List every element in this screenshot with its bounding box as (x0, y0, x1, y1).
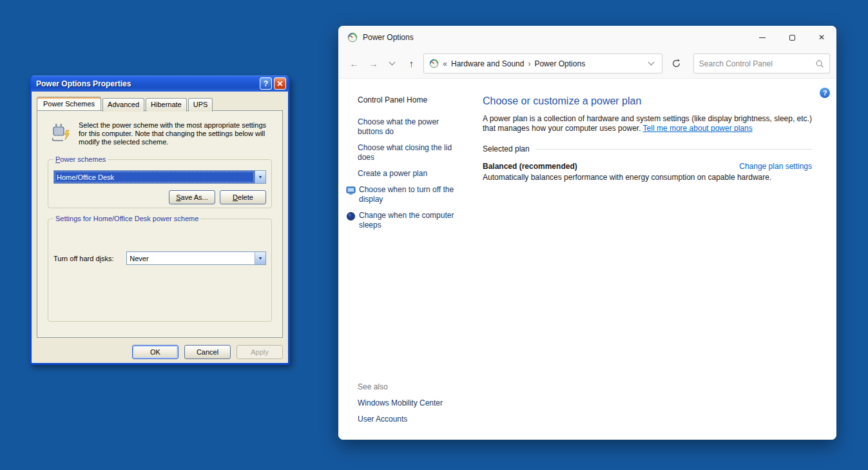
refresh-icon[interactable] (668, 55, 684, 73)
scheme-settings-group-label: Settings for Home/Office Desk power sche… (53, 215, 200, 222)
selected-plan-header: Selected plan (483, 144, 812, 153)
power-schemes-tab-page: Select the power scheme with the most ap… (37, 110, 283, 338)
scheme-description-text: Select the power scheme with the most ap… (79, 121, 272, 146)
page-title: Choose or customize a power plan (483, 95, 812, 107)
combo-dropdown-arrow-icon[interactable]: ▼ (255, 171, 265, 183)
power-schemes-group-label: Power schemes (53, 155, 108, 163)
power-scheme-icon (49, 121, 71, 146)
cancel-button[interactable]: Cancel (184, 345, 231, 359)
plan-name: Balanced (recommended) (483, 162, 577, 171)
maximize-button[interactable] (777, 26, 807, 49)
change-plan-settings-link[interactable]: Change plan settings (739, 162, 812, 171)
apply-button[interactable]: Apply (236, 345, 283, 359)
close-button[interactable]: ✕ (807, 26, 836, 49)
xp-dialog-title: Power Options Properties (36, 79, 258, 88)
turn-off-hard-disks-value: Never (127, 252, 255, 264)
address-dropdown-icon[interactable] (645, 54, 657, 73)
sidebar-item-closing-lid[interactable]: Choose what closing the lid does (358, 143, 468, 162)
power-options-control-panel-window: Power Options ✕ ← → ↑ « Hardware and Sou… (338, 26, 836, 440)
breadcrumb-overflow-icon[interactable]: « (443, 59, 447, 68)
window-titlebar[interactable]: Power Options ✕ (338, 26, 836, 49)
plan-row: Balanced (recommended) Change plan setti… (483, 162, 812, 171)
tell-me-more-link[interactable]: Tell me more about power plans (643, 124, 753, 133)
power-scheme-combobox[interactable]: Home/Office Desk ▼ (53, 170, 266, 184)
minimize-button[interactable] (747, 26, 777, 49)
xp-help-button[interactable]: ? (260, 77, 272, 90)
navigation-toolbar: ← → ↑ « Hardware and Sound › Power Optio… (338, 49, 836, 79)
plan-description: Automatically balances performance with … (483, 173, 812, 182)
ok-button[interactable]: OK (132, 345, 178, 359)
back-button[interactable]: ← (347, 55, 362, 73)
power-options-icon (347, 32, 358, 43)
sidebar-item-turn-off-display[interactable]: Choose when to turn off the display (358, 185, 468, 204)
search-input[interactable] (699, 59, 811, 68)
window-body: ? Control Panel Home Choose what the pow… (338, 79, 836, 440)
power-options-icon (429, 59, 439, 68)
save-as-button[interactable]: Save As... (169, 190, 215, 204)
sidebar-item-windows-mobility-center[interactable]: Windows Mobility Center (358, 398, 476, 407)
see-also-label: See also (358, 382, 476, 391)
breadcrumb-power-options[interactable]: Power Options (534, 59, 585, 68)
scheme-settings-group: Settings for Home/Office Desk power sche… (48, 219, 272, 322)
xp-tab-strip: Power Schemes Advanced Hibernate UPS (32, 92, 288, 110)
window-title: Power Options (363, 33, 414, 42)
sidebar: Control Panel Home Choose what the power… (338, 79, 476, 440)
tab-advanced[interactable]: Advanced (102, 98, 144, 112)
main-content: Choose or customize a power plan A power… (476, 79, 836, 440)
combo-dropdown-arrow-icon[interactable]: ▼ (255, 252, 265, 264)
sidebar-item-power-buttons[interactable]: Choose what the power buttons do (358, 117, 468, 137)
tab-hibernate[interactable]: Hibernate (146, 98, 187, 112)
computer-sleep-icon (346, 211, 358, 230)
breadcrumb-hardware-and-sound[interactable]: Hardware and Sound (451, 59, 524, 68)
recent-pages-dropdown[interactable] (385, 55, 400, 73)
turn-off-hard-disks-combobox[interactable]: Never ▼ (126, 251, 266, 265)
xp-titlebar[interactable]: Power Options Properties ? ✕ (31, 75, 289, 92)
address-bar[interactable]: « Hardware and Sound › Power Options (423, 54, 662, 73)
up-button[interactable]: ↑ (405, 55, 419, 73)
power-options-properties-dialog: Power Options Properties ? ✕ Power Schem… (30, 76, 290, 365)
search-icon[interactable] (815, 59, 824, 68)
forward-button[interactable]: → (367, 55, 381, 73)
power-schemes-group: Power schemes Home/Office Desk ▼ Save As… (48, 159, 272, 208)
sidebar-item-control-panel-home[interactable]: Control Panel Home (358, 95, 476, 104)
sidebar-item-computer-sleeps[interactable]: Change when the computer sleeps (358, 211, 468, 230)
turn-off-display-icon (346, 185, 358, 204)
help-icon[interactable]: ? (820, 88, 830, 98)
sidebar-item-user-accounts[interactable]: User Accounts (358, 415, 476, 424)
power-scheme-combobox-value: Home/Office Desk (54, 171, 255, 183)
selected-plan-label: Selected plan (483, 144, 530, 153)
sidebar-item-create-power-plan[interactable]: Create a power plan (358, 169, 468, 179)
delete-button[interactable]: Delete (220, 190, 266, 204)
divider (536, 149, 812, 150)
search-box (693, 54, 830, 73)
turn-off-hard-disks-label: Turn off hard disks: (53, 255, 126, 262)
tab-power-schemes[interactable]: Power Schemes (37, 97, 101, 110)
intro-text: A power plan is a collection of hardware… (483, 114, 812, 133)
xp-close-button[interactable]: ✕ (274, 77, 286, 90)
tab-ups[interactable]: UPS (188, 98, 213, 112)
breadcrumb-separator-icon: › (528, 59, 530, 68)
